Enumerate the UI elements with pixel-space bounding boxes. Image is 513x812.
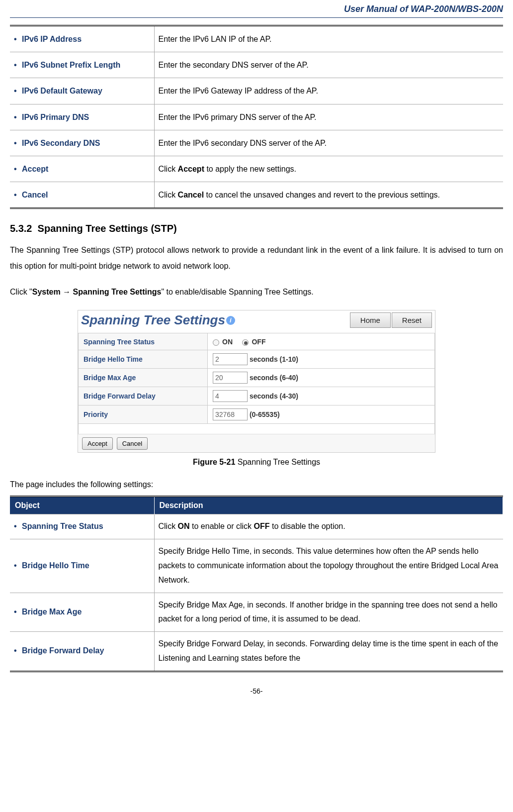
page-number: -56- bbox=[10, 687, 503, 695]
forward-delay-unit: seconds (4-30) bbox=[250, 392, 298, 400]
stp-panel: Spanning Tree Settingsi Home Reset Spann… bbox=[78, 310, 435, 453]
row-hello-time: •Bridge Hello Time bbox=[10, 539, 154, 593]
home-button[interactable]: Home bbox=[350, 312, 391, 328]
section-paragraph-1: The Spanning Tree Settings (STP) protoco… bbox=[10, 242, 503, 274]
max-age-input[interactable] bbox=[213, 372, 248, 384]
row-cancel: •Cancel bbox=[10, 182, 154, 208]
priority-unit: (0-65535) bbox=[250, 410, 280, 418]
hello-time-unit: seconds (1-10) bbox=[250, 355, 298, 363]
max-age-unit: seconds (6-40) bbox=[250, 374, 298, 382]
header-divider bbox=[10, 17, 503, 18]
row-ipv6-primary-dns: •IPv6 Primary DNS bbox=[10, 104, 154, 130]
row-stp-status-desc: Click ON to enable or click OFF to disab… bbox=[154, 514, 503, 539]
row-max-age-desc: Specify Bridge Max Age, in seconds. If a… bbox=[154, 593, 503, 632]
forward-delay-label: Bridge Forward Delay bbox=[79, 387, 208, 406]
stp-off-radio[interactable] bbox=[242, 339, 249, 346]
row-forward-delay-desc: Specify Bridge Forward Delay, in seconds… bbox=[154, 632, 503, 672]
row-stp-status: •Spanning Tree Status bbox=[10, 514, 154, 539]
accept-button[interactable]: Accept bbox=[82, 437, 113, 450]
row-ipv6-prefix-desc: Enter the secondary DNS server of the AP… bbox=[154, 52, 503, 78]
max-age-label: Bridge Max Age bbox=[79, 369, 208, 387]
row-ipv6-prefix: •IPv6 Subnet Prefix Length bbox=[10, 52, 154, 78]
forward-delay-input[interactable] bbox=[213, 390, 248, 402]
row-ipv6-gateway-desc: Enter the IPv6 Gateway IP address of the… bbox=[154, 78, 503, 104]
row-hello-time-desc: Specify Bridge Hello Time, in seconds. T… bbox=[154, 539, 503, 593]
row-ipv6-primary-dns-desc: Enter the IPv6 primary DNS server of the… bbox=[154, 104, 503, 130]
row-forward-delay: •Bridge Forward Delay bbox=[10, 632, 154, 672]
section-heading: 5.3.2 Spanning Tree Settings (STP) bbox=[10, 223, 503, 234]
cancel-button[interactable]: Cancel bbox=[117, 437, 148, 450]
figure-caption: Figure 5-21 Spanning Tree Settings bbox=[10, 458, 503, 467]
section-paragraph-2: Click "System → Spanning Tree Settings" … bbox=[10, 284, 503, 300]
row-ipv6-ip-desc: Enter the IPv6 LAN IP of the AP. bbox=[154, 26, 503, 52]
row-ipv6-secondary-dns-desc: Enter the IPv6 secondary DNS server of t… bbox=[154, 130, 503, 156]
row-ipv6-ip: •IPv6 IP Address bbox=[10, 26, 154, 52]
stp-form-table: Spanning Tree Status ON OFF Bridge Hello… bbox=[78, 333, 435, 424]
row-max-age: •Bridge Max Age bbox=[10, 593, 154, 632]
col-object: Object bbox=[10, 497, 154, 514]
stp-status-value: ON OFF bbox=[208, 333, 435, 350]
stp-panel-header: Spanning Tree Settingsi Home Reset bbox=[78, 310, 435, 332]
priority-label: Priority bbox=[79, 406, 208, 424]
pre-table2-text: The page includes the following settings… bbox=[10, 477, 503, 493]
reset-button[interactable]: Reset bbox=[392, 312, 432, 328]
row-ipv6-secondary-dns: •IPv6 Secondary DNS bbox=[10, 130, 154, 156]
hello-time-label: Bridge Hello Time bbox=[79, 350, 208, 369]
stp-figure: Spanning Tree Settingsi Home Reset Spann… bbox=[10, 310, 503, 453]
col-description: Description bbox=[154, 497, 503, 514]
document-header: User Manual of WAP-200N/WBS-200N bbox=[10, 0, 503, 16]
priority-input[interactable] bbox=[213, 408, 248, 420]
ipv6-parameter-table: •IPv6 IP Address Enter the IPv6 LAN IP o… bbox=[10, 25, 503, 209]
stp-status-label: Spanning Tree Status bbox=[79, 333, 208, 350]
row-ipv6-gateway: •IPv6 Default Gateway bbox=[10, 78, 154, 104]
stp-panel-title: Spanning Tree Settingsi bbox=[81, 312, 235, 328]
row-accept: •Accept bbox=[10, 156, 154, 182]
row-cancel-desc: Click Cancel to cancel the unsaved chang… bbox=[154, 182, 503, 208]
stp-on-radio[interactable] bbox=[213, 339, 219, 346]
hello-time-input[interactable] bbox=[213, 353, 248, 365]
stp-description-table: Object Description •Spanning Tree Status… bbox=[10, 496, 503, 672]
row-accept-desc: Click Accept to apply the new settings. bbox=[154, 156, 503, 182]
stp-footer: Accept Cancel bbox=[78, 434, 435, 452]
info-icon[interactable]: i bbox=[226, 316, 235, 325]
